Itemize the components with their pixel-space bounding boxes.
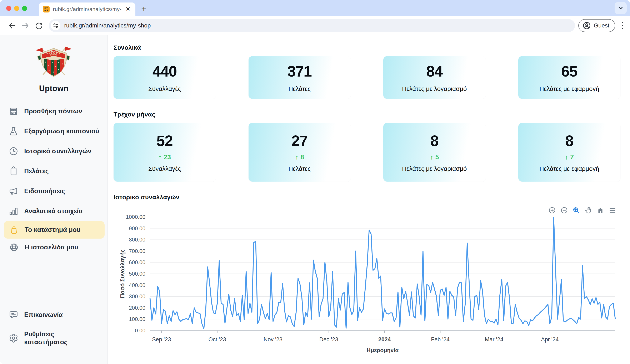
sidebar-item-my-website[interactable]: Η ιστοσελίδα μου (4, 239, 104, 256)
stat-label: Πελάτες με λογαριασμό (402, 85, 467, 92)
current-month-cards: 52 ↑23 Συναλλαγές 27 ↑8 Πελάτες 8 ↑5 Πελ… (114, 123, 620, 182)
up-arrow-icon: ↑ (158, 154, 162, 161)
storefront-icon (9, 107, 18, 116)
sidebar-item-label: Εξαργύρωση κουπονιού (24, 127, 99, 135)
svg-text:Nov '23: Nov '23 (264, 336, 282, 343)
close-window-button[interactable] (6, 6, 11, 11)
svg-text:Apr '24: Apr '24 (541, 336, 559, 343)
stat-delta: ↑23 (158, 154, 171, 161)
stat-card-customers-with-app: 65 Πελάτες με εφαρμογή (518, 56, 620, 99)
new-tab-button[interactable]: + (141, 4, 146, 13)
browser-toolbar: rubik.gr/admin/analytics/my-shop Guest (0, 16, 630, 35)
sidebar-item-label: Ειδοποιήσεις (24, 187, 65, 195)
gear-icon (9, 334, 18, 343)
profile-label: Guest (594, 22, 610, 29)
zoom-select-icon[interactable] (572, 206, 580, 214)
transactions-chart: 0.00100.00200.00300.00400.00500.00600.00… (114, 204, 620, 361)
site-settings-icon[interactable] (51, 21, 60, 30)
sidebar-item-add-points[interactable]: Προσθήκη πόντων (0, 101, 108, 121)
sidebar-item-label: Ρυθμίσεις καταστήματος (24, 330, 74, 347)
back-button[interactable] (6, 19, 19, 32)
profile-button[interactable]: Guest (578, 19, 615, 32)
sidebar-item-label: Επικοινωνία (24, 311, 63, 319)
sidebar-item-label: Προσθήκη πόντων (24, 107, 82, 115)
stat-delta: ↑8 (295, 154, 304, 161)
zoom-window-button[interactable] (22, 6, 27, 11)
tab-title: rubik.gr/admin/analytics/my-s (53, 6, 122, 12)
sidebar-item-shop-settings[interactable]: Ρυθμίσεις καταστήματος (0, 325, 108, 352)
totals-heading: Συνολικά (114, 44, 620, 51)
stat-delta: ↑7 (565, 154, 574, 161)
stat-label: Πελάτες με εφαρμογή (540, 85, 599, 92)
stat-label: Πελάτες (288, 85, 310, 92)
active-tab[interactable]: rubik.gr/admin/analytics/my-s ✕ (39, 2, 136, 16)
chart-toolbar (548, 206, 616, 214)
stat-label: Συναλλαγές (148, 85, 181, 92)
up-arrow-icon: ↑ (565, 154, 568, 161)
bar-chart-icon (9, 206, 18, 216)
svg-text:Feb '24: Feb '24 (431, 336, 450, 343)
up-arrow-icon: ↑ (295, 154, 298, 161)
stat-label: Συναλλαγές (148, 165, 181, 172)
svg-text:0.00: 0.00 (135, 327, 146, 334)
stat-delta: ↑5 (430, 154, 439, 161)
browser-menu-button[interactable] (620, 20, 624, 30)
svg-text:Mar '24: Mar '24 (485, 336, 503, 343)
sidebar-item-label: Πελάτες (24, 167, 49, 175)
shopping-bag-icon (9, 225, 19, 235)
svg-text:2024: 2024 (378, 336, 391, 343)
reload-button[interactable] (32, 19, 46, 32)
sidebar-item-analytics[interactable]: Αναλυτικά στοιχεία (0, 201, 108, 221)
sidebar-item-notifications[interactable]: Ειδοποιήσεις (0, 181, 108, 201)
svg-text:Sep '23: Sep '23 (152, 336, 171, 343)
svg-text:100.00: 100.00 (129, 316, 146, 322)
address-bar[interactable]: rubik.gr/admin/analytics/my-shop (49, 19, 575, 32)
chevron-down-icon (618, 5, 624, 11)
sidebar-item-label: Η ιστοσελίδα μου (24, 243, 78, 251)
clock-icon (9, 147, 18, 156)
home-icon[interactable] (597, 206, 604, 214)
svg-text:Oct '23: Oct '23 (208, 336, 226, 343)
sidebar-item-redeem-coupon[interactable]: Εξαργύρωση κουπονιού (0, 121, 108, 141)
stat-value: 65 (561, 63, 578, 80)
url-text: rubik.gr/admin/analytics/my-shop (64, 22, 151, 29)
svg-text:200.00: 200.00 (129, 305, 146, 311)
browser-window: rubik.gr/admin/analytics/my-s ✕ + rubik.… (0, 0, 630, 364)
svg-text:700.00: 700.00 (129, 248, 146, 254)
svg-text:yachting: yachting (50, 53, 57, 56)
tab-search-button[interactable] (614, 2, 627, 14)
menu-icon[interactable] (609, 206, 616, 214)
stat-value: 371 (287, 63, 312, 80)
uptown-yachting-crest-logo: UPTOWN yachting (34, 43, 73, 80)
current-month-heading: Τρέχον μήνας (114, 111, 620, 118)
stat-value: 440 (152, 63, 177, 80)
stat-value: 27 (292, 132, 308, 149)
svg-text:800.00: 800.00 (129, 236, 146, 243)
tab-close-icon[interactable]: ✕ (125, 6, 131, 12)
stat-card-total-customers: 371 Πελάτες (248, 56, 351, 99)
stat-card-month-customers: 27 ↑8 Πελάτες (248, 123, 351, 182)
chat-icon (9, 310, 18, 320)
forward-button[interactable] (19, 19, 32, 32)
stat-value: 8 (430, 132, 438, 149)
window-controls (6, 6, 27, 11)
sidebar-item-my-shop[interactable]: Το κατάστημά μου (4, 221, 104, 239)
reload-icon (35, 22, 43, 29)
pan-hand-icon[interactable] (584, 206, 592, 214)
stat-card-month-transactions: 52 ↑23 Συναλλαγές (114, 123, 216, 182)
zoom-in-circle-icon[interactable] (548, 206, 556, 214)
svg-text:500.00: 500.00 (129, 271, 146, 277)
sidebar-item-contact[interactable]: Επικοινωνία (0, 305, 108, 325)
flask-icon (9, 127, 18, 136)
sidebar-item-transaction-history[interactable]: Ιστορικό συναλλαγών (0, 141, 108, 161)
svg-text:300.00: 300.00 (129, 293, 146, 300)
sidebar-item-label: Ιστορικό συναλλαγών (24, 147, 92, 155)
stat-card-customers-with-account: 84 Πελάτες με λογαριασμό (383, 56, 486, 99)
zoom-out-circle-icon[interactable] (560, 206, 568, 214)
minimize-window-button[interactable] (14, 6, 19, 11)
sidebar-item-customers[interactable]: Πελάτες (0, 161, 108, 181)
transactions-chart-svg[interactable]: 0.00100.00200.00300.00400.00500.00600.00… (114, 204, 620, 361)
svg-text:Ημερομηνία: Ημερομηνία (366, 347, 399, 354)
stat-card-month-customers-with-account: 8 ↑5 Πελάτες με λογαριασμό (383, 123, 486, 182)
svg-text:400.00: 400.00 (129, 282, 146, 288)
